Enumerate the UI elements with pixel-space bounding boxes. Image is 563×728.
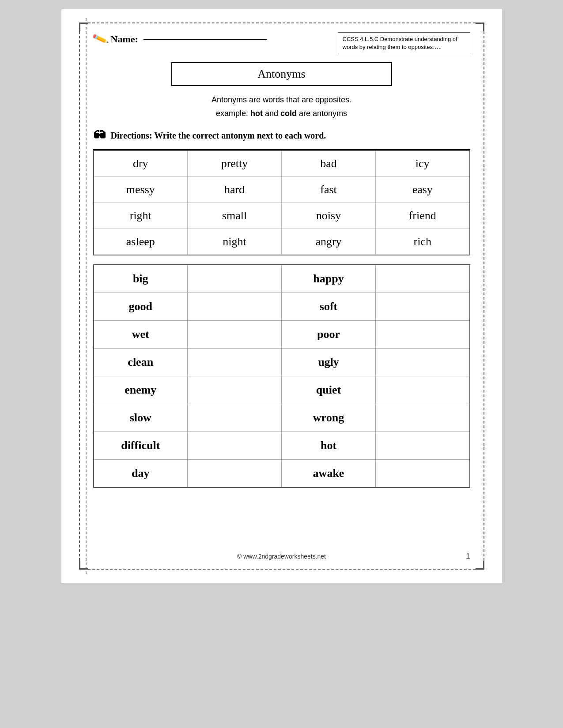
practice-word1-3: clean [94, 348, 188, 376]
footer-copyright: © www.2ndgradeworksheets.net [237, 553, 326, 560]
practice-word1-7: day [94, 459, 188, 488]
title-box: Antonyms [171, 62, 392, 86]
practice-answer1-4[interactable] [188, 376, 282, 404]
practice-answer1-3[interactable] [188, 348, 282, 376]
def-post: are antonyms [297, 109, 347, 118]
page: ✏️ Name: CCSS 4.L.5.C Demonstrate unders… [61, 9, 503, 583]
def-example2: cold [280, 109, 297, 118]
practice-word1-1: good [94, 293, 188, 320]
ref-cell-0-0: dry [94, 150, 188, 177]
page-inner: ✏️ Name: CCSS 4.L.5.C Demonstrate unders… [79, 23, 484, 570]
definition-line2: example: hot and cold are antonyms [93, 107, 470, 120]
ref-cell-1-0: messy [94, 176, 188, 203]
footer: © www.2ndgradeworksheets.net 1 [80, 553, 484, 560]
directions-section: 🕶 Directions: Write the correct antonym … [93, 128, 470, 143]
ref-cell-2-2: noisy [282, 203, 376, 229]
reference-table: dryprettybadicymessyhardfasteasyrightsma… [93, 150, 470, 255]
ref-cell-3-1: night [188, 229, 282, 255]
header: ✏️ Name: CCSS 4.L.5.C Demonstrate unders… [93, 32, 470, 54]
corner-tick-bl [79, 561, 88, 570]
practice-table: bighappygoodsoftwetpoorcleanuglyenemyqui… [93, 264, 470, 488]
ref-cell-2-3: friend [376, 203, 470, 229]
ref-cell-1-2: fast [282, 176, 376, 203]
ref-cell-3-0: asleep [94, 229, 188, 255]
directions-text: Directions: Write the correct antonym ne… [111, 131, 326, 141]
name-underline [144, 39, 267, 40]
practice-word2-6: hot [282, 432, 376, 459]
practice-answer1-1[interactable] [188, 293, 282, 320]
def-example1: hot [250, 109, 263, 118]
practice-answer2-3[interactable] [376, 348, 470, 376]
practice-word1-5: slow [94, 404, 188, 432]
name-section: ✏️ Name: [93, 32, 267, 46]
corner-tick-tl [79, 23, 88, 31]
practice-word1-6: difficult [94, 432, 188, 459]
practice-answer2-0[interactable] [376, 265, 470, 293]
practice-answer2-2[interactable] [376, 320, 470, 348]
ref-cell-1-3: easy [376, 176, 470, 203]
practice-answer2-4[interactable] [376, 376, 470, 404]
def-mid: and [263, 109, 280, 118]
ref-cell-0-2: bad [282, 150, 376, 177]
ref-cell-2-0: right [94, 203, 188, 229]
pencil-icon: ✏️ [91, 30, 109, 48]
practice-answer2-5[interactable] [376, 404, 470, 432]
practice-word2-1: soft [282, 293, 376, 320]
practice-word2-5: wrong [282, 404, 376, 432]
corner-tick-tr [476, 23, 484, 31]
ref-cell-0-1: pretty [188, 150, 282, 177]
practice-answer2-1[interactable] [376, 293, 470, 320]
practice-answer2-6[interactable] [376, 432, 470, 459]
practice-answer1-7[interactable] [188, 459, 282, 488]
def-pre: example: [216, 109, 250, 118]
ref-cell-0-3: icy [376, 150, 470, 177]
standards-text: CCSS 4.L.5.C Demonstrate understanding o… [343, 36, 457, 50]
practice-answer1-5[interactable] [188, 404, 282, 432]
standards-box: CCSS 4.L.5.C Demonstrate understanding o… [338, 32, 470, 54]
ref-cell-2-1: small [188, 203, 282, 229]
practice-answer1-2[interactable] [188, 320, 282, 348]
practice-word1-0: big [94, 265, 188, 293]
practice-answer1-0[interactable] [188, 265, 282, 293]
practice-answer1-6[interactable] [188, 432, 282, 459]
title-section: Antonyms [93, 62, 470, 86]
glasses-icon: 🕶 [93, 128, 106, 143]
practice-word1-2: wet [94, 320, 188, 348]
practice-word2-3: ugly [282, 348, 376, 376]
practice-word1-4: enemy [94, 376, 188, 404]
title-text: Antonyms [257, 68, 305, 80]
ref-cell-3-3: rich [376, 229, 470, 255]
practice-word2-0: happy [282, 265, 376, 293]
corner-tick-br [476, 561, 484, 570]
definition-section: Antonyms are words that are opposites. e… [93, 93, 470, 120]
name-label: Name: [111, 34, 138, 45]
practice-word2-7: awake [282, 459, 376, 488]
footer-page: 1 [466, 552, 470, 560]
practice-word2-4: quiet [282, 376, 376, 404]
definition-line1: Antonyms are words that are opposites. [93, 93, 470, 107]
ref-cell-1-1: hard [188, 176, 282, 203]
ref-cell-3-2: angry [282, 229, 376, 255]
practice-word2-2: poor [282, 320, 376, 348]
practice-answer2-7[interactable] [376, 459, 470, 488]
